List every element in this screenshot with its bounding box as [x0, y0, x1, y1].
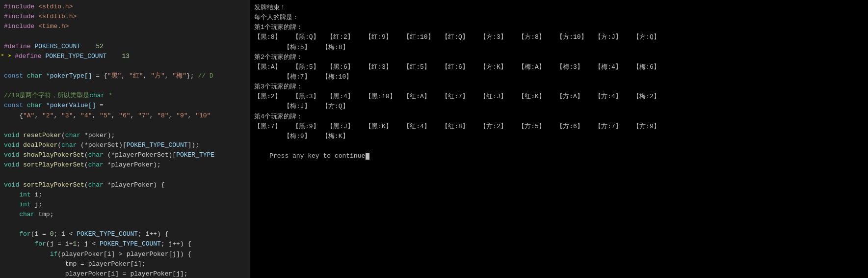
code-line-2: #include <stdlib.h> — [0, 12, 250, 22]
code-line-8: const char *pokerType[] = {"黑", "红", "方"… — [0, 71, 250, 81]
code-line-19: void sortPlayPokerSet(char *playerPoker)… — [0, 180, 250, 190]
code-line-24: for(i = 0; i < POKER_TYPE_COUNT; i++) { — [0, 229, 250, 239]
player2-cards-row1: 【黑:A】 【黑:5】 【黑:6】 【红:3】 【红:5】 【红:6】 【方:K… — [254, 62, 864, 72]
terminal-header: 发牌结束！ — [254, 3, 864, 13]
terminal-sub-header: 每个人的牌是： — [254, 13, 864, 23]
terminal-panel: 发牌结束！ 每个人的牌是： 第1个玩家的牌： 【黑:8】 【黑:Q】 【红:2】… — [250, 0, 868, 278]
debug-arrow: ➤ — [8, 52, 15, 61]
terminal-cursor — [366, 153, 369, 160]
player4-cards-row2: 【梅:9】 【梅:K】 — [254, 132, 864, 141]
code-line-26: if(playerPoker[i] > playerPoker[j]) { — [0, 250, 250, 259]
code-line-10: //10是两个字符，所以类型是char * — [0, 91, 250, 101]
code-line-3: #include <time.h> — [0, 22, 250, 31]
code-line-blank3 — [0, 81, 250, 91]
code-line-17: void sortPlayPokerSet(char *playerPoker)… — [0, 160, 250, 170]
code-line-22: char tmp; — [0, 210, 250, 220]
player4-cards-row1: 【黑:7】 【黑:9】 【黑:J】 【黑:K】 【红:4】 【红:8】 【方:2… — [254, 122, 864, 132]
code-line-blank2 — [0, 61, 250, 71]
code-line-blank6 — [0, 220, 250, 229]
code-line-16: void showPlayPokerSet(char (*playerPoker… — [0, 150, 250, 160]
code-line-blank5 — [0, 170, 250, 180]
player2-cards-row2: 【梅:7】 【梅:10】 — [254, 72, 864, 82]
code-line-blank1 — [0, 31, 250, 41]
code-line-11: const char *pokerValue[] = — [0, 101, 250, 111]
player4-label: 第4个玩家的牌： — [254, 112, 864, 122]
code-line-blank4 — [0, 121, 250, 131]
player3-cards-row1: 【黑:2】 【黑:3】 【黑:4】 【黑:10】 【红:A】 【红:7】 【红:… — [254, 92, 864, 102]
code-line-21: int j; — [0, 200, 250, 210]
player1-label: 第1个玩家的牌： — [254, 23, 864, 32]
code-editor-panel: #include <stdio.h> #include <stdlib.h> #… — [0, 0, 250, 278]
player3-cards-row2: 【梅:J】 【方:Q】 — [254, 102, 864, 111]
player3-label: 第3个玩家的牌： — [254, 82, 864, 92]
code-line-15: void dealPoker(char (*pokerSet)[POKER_TY… — [0, 140, 250, 150]
press-any-key: Press any key to continue — [254, 141, 864, 171]
code-line-1: #include <stdio.h> — [0, 2, 250, 12]
code-line-25: for(j = i+1; j < POKER_TYPE_COUNT; j++) … — [0, 239, 250, 249]
code-line-6: ➤#define POKER_TYPE_COUNT 13 — [0, 52, 250, 61]
code-line-27: tmp = playerPoker[i]; — [0, 259, 250, 269]
player1-cards-row2: 【梅:5】 【梅:8】 — [254, 43, 864, 53]
player2-label: 第2个玩家的牌： — [254, 53, 864, 62]
code-line-28: playerPoker[i] = playerPoker[j]; — [0, 269, 250, 278]
player1-cards-row1: 【黑:8】 【黑:Q】 【红:2】 【红:9】 【红:10】 【红:Q】 【方:… — [254, 32, 864, 42]
code-line-14: void resetPoker(char *poker); — [0, 131, 250, 140]
code-line-20: int i; — [0, 190, 250, 200]
code-line-5: #define POKERS_COUNT 52 — [0, 42, 250, 52]
include-keyword: #include — [4, 2, 34, 12]
code-line-12: {"A", "2", "3", "4", "5", "6", "7", "8",… — [0, 111, 250, 121]
